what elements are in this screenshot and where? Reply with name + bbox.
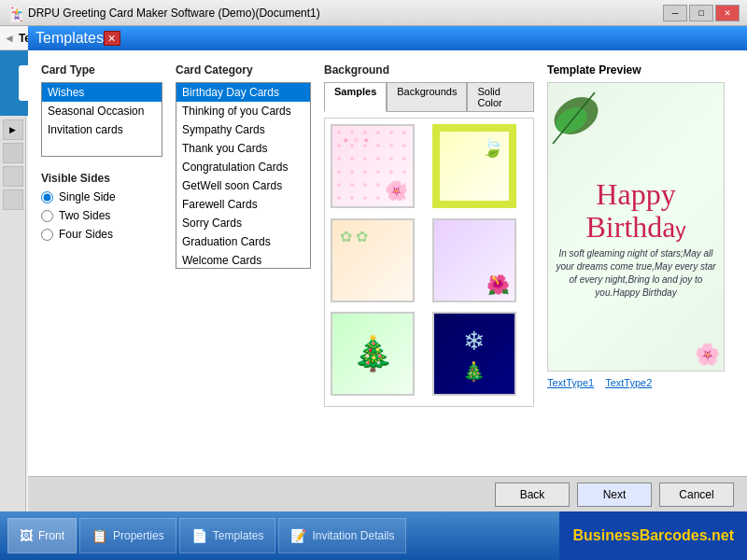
front-tab-icon: 🖼 — [20, 528, 33, 543]
preview-panel: Template Preview HappyBirthday In soft g… — [547, 63, 734, 498]
leaf-icon: 🍃 — [481, 136, 504, 159]
background-grid[interactable]: 🌸 🍃 ✿ ✿ 🌺 🎄 — [324, 118, 534, 407]
tab-properties[interactable]: 📋 Properties — [79, 518, 176, 553]
single-side-label: Single Side — [59, 190, 116, 203]
card-type-list[interactable]: Wishes Seasonal Occasion Invitation card… — [41, 82, 162, 157]
preview-links: TextType1 TextType2 — [547, 377, 734, 388]
cat-thinking[interactable]: Thinking of you Cards — [176, 102, 310, 120]
mid-panel: Card Category Birthday Day Cards Thinkin… — [176, 63, 311, 498]
bottom-action-bar: Back Next Cancel — [28, 476, 747, 511]
invitation-tab-icon: 📝 — [290, 528, 306, 543]
card-type-invitation[interactable]: Invitation cards — [42, 120, 162, 139]
tab-samples[interactable]: Samples — [324, 82, 387, 112]
window-controls: — ☐ ✕ — [663, 5, 740, 21]
bg-thumb-1[interactable]: 🌸 — [331, 124, 415, 208]
templates-tab-label: Templates — [213, 529, 264, 542]
templates-tab-icon: 📄 — [191, 528, 207, 543]
next-button[interactable]: Next — [577, 483, 652, 507]
four-sides-radio[interactable] — [41, 229, 53, 241]
flowers-icon: 🌸 — [385, 179, 408, 202]
cancel-button[interactable]: Cancel — [659, 483, 734, 507]
tab-front[interactable]: 🖼 Front — [7, 518, 77, 553]
barcodes-net: .net — [708, 527, 734, 543]
dialog-close-button[interactable]: ✕ — [104, 31, 120, 46]
maximize-button[interactable]: ☐ — [689, 5, 713, 21]
nav-item-4[interactable] — [3, 189, 23, 210]
preview-label: Template Preview — [547, 63, 734, 77]
cat-welcome[interactable]: Welcome Cards — [176, 251, 310, 269]
back-button[interactable]: Back — [495, 483, 570, 507]
background-label: Background — [324, 63, 534, 77]
tab-invitation-details[interactable]: 📝 Invitation Details — [278, 518, 406, 553]
bg-thumb-6[interactable]: ❄ 🎄 — [432, 312, 516, 396]
nav-item-3[interactable] — [3, 166, 23, 187]
tab-templates[interactable]: 📄 Templates — [179, 518, 276, 553]
left-panel: Card Type Wishes Seasonal Occasion Invit… — [41, 63, 162, 498]
single-side-option[interactable]: Single Side — [41, 190, 162, 203]
two-sides-radio[interactable] — [41, 210, 53, 222]
text-type2-link[interactable]: TextType2 — [605, 377, 652, 388]
cat-thankyou[interactable]: Thank you Cards — [176, 139, 310, 158]
background-panel: Background Samples Backgrounds Solid Col… — [324, 63, 534, 498]
dialog-body: Card Type Wishes Seasonal Occasion Invit… — [41, 63, 734, 498]
birthday-text: HappyBirthday — [586, 178, 686, 244]
visible-sides: Visible Sides Single Side Two Sides F — [41, 172, 162, 241]
four-sides-option[interactable]: Four Sides — [41, 228, 162, 241]
dialog-overlay: Templates ✕ Card Type Wishes Seasonal Oc… — [28, 26, 747, 511]
radio-group: Single Side Two Sides Four Sides — [41, 190, 162, 241]
tab-backgrounds[interactable]: Backgrounds — [387, 82, 467, 112]
visible-sides-label: Visible Sides — [41, 172, 162, 185]
side-nav: ▶ — [0, 116, 26, 511]
properties-tab-icon: 📋 — [92, 528, 107, 543]
background-tabs: Samples Backgrounds Solid Color — [324, 82, 534, 112]
card-type-label: Card Type — [41, 63, 162, 77]
card-type-wishes[interactable]: Wishes — [42, 83, 162, 102]
two-sides-option[interactable]: Two Sides — [41, 209, 162, 222]
dialog-content: Card Type Wishes Seasonal Occasion Invit… — [28, 50, 747, 511]
nav-item-1[interactable]: ▶ — [3, 119, 23, 140]
bottom-tab-bar: 🖼 Front 📋 Properties 📄 Templates 📝 Invit… — [0, 511, 747, 560]
cat-sympathy[interactable]: Sympathy Cards — [176, 120, 310, 139]
single-side-radio[interactable] — [41, 191, 53, 203]
cat-birthday[interactable]: Birthday Day Cards — [176, 83, 310, 102]
cat-getwell[interactable]: GetWell soon Cards — [176, 176, 310, 195]
bg-thumb-2[interactable]: 🍃 — [432, 124, 516, 208]
cat-sorry[interactable]: Sorry Cards — [176, 214, 310, 232]
tab-solid-color[interactable]: Solid Color — [467, 82, 534, 112]
barcodes-text: BusinessBarcodes.net — [572, 527, 734, 544]
minimize-button[interactable]: — — [663, 5, 687, 21]
back-arrow: ◄ — [4, 32, 15, 45]
card-category-label: Card Category — [176, 63, 311, 77]
text-type1-link[interactable]: TextType1 — [547, 377, 594, 388]
preview-card: HappyBirthday In soft gleaming night of … — [547, 82, 725, 371]
cat-congrat[interactable]: Congratulation Cards — [176, 158, 310, 176]
close-button[interactable]: ✕ — [715, 5, 740, 21]
tree-icon: 🎄 — [332, 314, 413, 394]
snowflake-icon: ❄ 🎄 — [434, 314, 514, 394]
preview-inner: HappyBirthday In soft gleaming night of … — [548, 83, 724, 371]
barcodes-logo: BusinessBarcodes.net — [559, 511, 747, 560]
four-sides-label: Four Sides — [59, 228, 113, 241]
card-category-list[interactable]: Birthday Day Cards Thinking of you Cards… — [176, 82, 311, 269]
dialog-titlebar: Templates ✕ — [28, 26, 747, 50]
front-tab-label: Front — [38, 529, 64, 542]
corner-decoration: 🌸 — [695, 343, 720, 367]
nav-item-2[interactable] — [3, 143, 23, 163]
two-sides-label: Two Sides — [59, 209, 110, 222]
dialog-title-text: Templates — [35, 30, 104, 47]
flowers2-icon: 🌺 — [486, 273, 510, 296]
bg-thumb-3[interactable]: ✿ ✿ — [331, 218, 415, 302]
properties-tab-label: Properties — [113, 529, 164, 542]
app-icon: 🃏 — [7, 6, 22, 21]
window-title: DRPU Greeting Card Maker Software (Demo)… — [28, 7, 663, 20]
bg-thumb-4[interactable]: 🌺 — [432, 218, 516, 302]
bg-thumb-5[interactable]: 🎄 — [331, 312, 415, 396]
card-type-seasonal[interactable]: Seasonal Occasion — [42, 102, 162, 120]
invitation-tab-label: Invitation Details — [312, 529, 394, 542]
title-bar: 🃏 DRPU Greeting Card Maker Software (Dem… — [0, 0, 747, 26]
birthday-message: In soft gleaming night of stars;May all … — [548, 244, 724, 303]
cat-graduation[interactable]: Graduation Cards — [176, 232, 310, 251]
cat-farewell[interactable]: Farewell Cards — [176, 195, 310, 214]
leaf-svg — [548, 83, 613, 148]
